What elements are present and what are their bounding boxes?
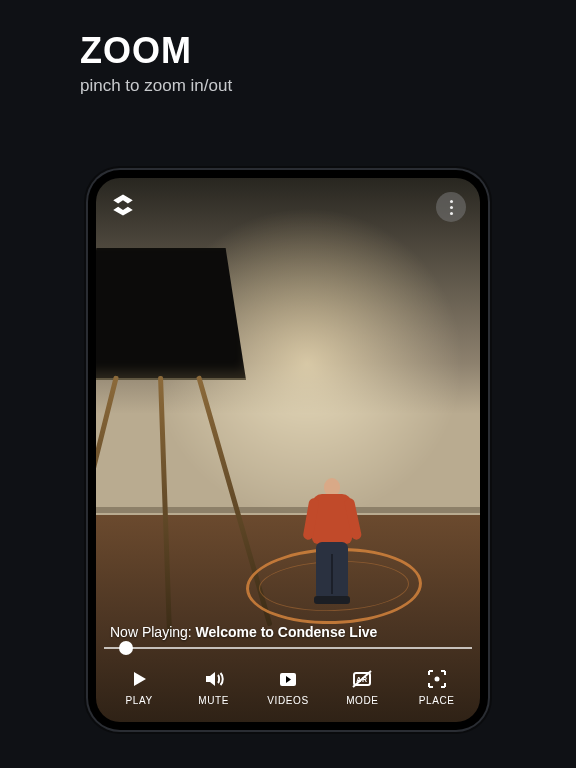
place-label: PLACE — [419, 695, 455, 706]
app-logo-icon — [110, 192, 136, 218]
scene-lamp — [96, 248, 276, 608]
play-label: PLAY — [126, 695, 153, 706]
now-playing-label: Now Playing: Welcome to Condense Live — [110, 624, 377, 640]
speaker-icon — [202, 667, 226, 691]
ar-hologram-person — [304, 478, 360, 604]
now-playing-title: Welcome to Condense Live — [196, 624, 378, 640]
mode-label: MODE — [346, 695, 378, 706]
more-options-button[interactable] — [436, 192, 466, 222]
player-toolbar: PLAY MUTE VIDEOS A — [96, 656, 480, 722]
kebab-icon — [450, 198, 453, 216]
page-subtitle: pinch to zoom in/out — [80, 76, 232, 96]
device-screen: Now Playing: Welcome to Condense Live PL… — [96, 178, 480, 722]
page-heading: ZOOM pinch to zoom in/out — [80, 30, 232, 96]
place-button[interactable]: PLACE — [407, 667, 467, 706]
svg-point-4 — [434, 676, 439, 681]
videos-icon — [276, 667, 300, 691]
ar-mode-icon: AR — [350, 667, 374, 691]
progress-bar[interactable] — [104, 640, 472, 656]
videos-label: VIDEOS — [267, 695, 308, 706]
videos-button[interactable]: VIDEOS — [258, 667, 318, 706]
page-title: ZOOM — [80, 30, 232, 72]
play-button[interactable]: PLAY — [109, 667, 169, 706]
mute-label: MUTE — [198, 695, 229, 706]
device-frame: Now Playing: Welcome to Condense Live PL… — [88, 170, 488, 730]
now-playing-prefix: Now Playing: — [110, 624, 196, 640]
mode-button[interactable]: AR MODE — [332, 667, 392, 706]
progress-thumb[interactable] — [119, 641, 133, 655]
place-icon — [425, 667, 449, 691]
mute-button[interactable]: MUTE — [184, 667, 244, 706]
play-icon — [127, 667, 151, 691]
